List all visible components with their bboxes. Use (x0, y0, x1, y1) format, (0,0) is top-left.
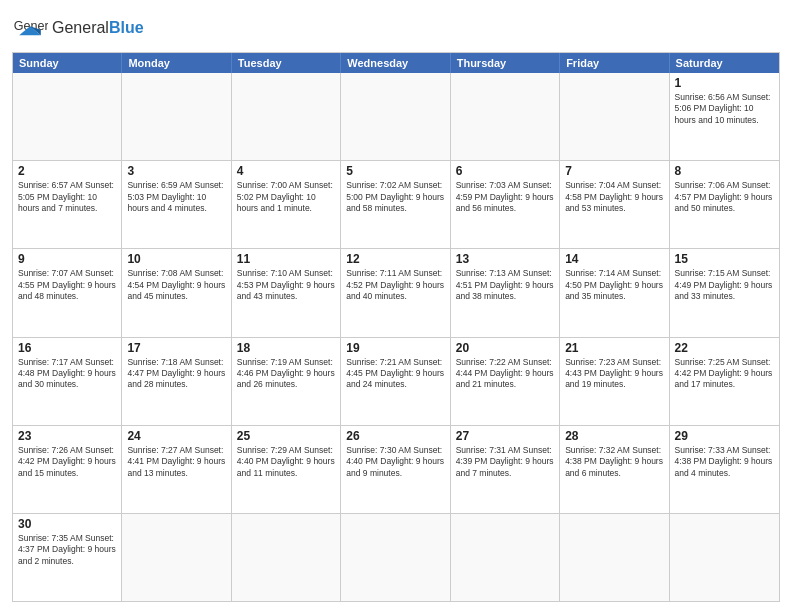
calendar-cell: 1Sunrise: 6:56 AM Sunset: 5:06 PM Daylig… (670, 73, 779, 160)
day-number: 6 (456, 164, 554, 178)
calendar-cell: 18Sunrise: 7:19 AM Sunset: 4:46 PM Dayli… (232, 338, 341, 425)
day-info: Sunrise: 7:03 AM Sunset: 4:59 PM Dayligh… (456, 180, 554, 214)
calendar-cell: 30Sunrise: 7:35 AM Sunset: 4:37 PM Dayli… (13, 514, 122, 601)
day-info: Sunrise: 7:26 AM Sunset: 4:42 PM Dayligh… (18, 445, 116, 479)
header-day-friday: Friday (560, 53, 669, 73)
header-day-wednesday: Wednesday (341, 53, 450, 73)
calendar-week-2: 2Sunrise: 6:57 AM Sunset: 5:05 PM Daylig… (13, 160, 779, 248)
calendar-week-3: 9Sunrise: 7:07 AM Sunset: 4:55 PM Daylig… (13, 248, 779, 336)
day-info: Sunrise: 7:02 AM Sunset: 5:00 PM Dayligh… (346, 180, 444, 214)
day-number: 16 (18, 341, 116, 355)
header-day-sunday: Sunday (13, 53, 122, 73)
calendar-cell: 5Sunrise: 7:02 AM Sunset: 5:00 PM Daylig… (341, 161, 450, 248)
calendar-cell (341, 514, 450, 601)
logo-text: GeneralBlue (52, 19, 144, 37)
calendar-week-4: 16Sunrise: 7:17 AM Sunset: 4:48 PM Dayli… (13, 337, 779, 425)
day-number: 29 (675, 429, 774, 443)
calendar-week-1: 1Sunrise: 6:56 AM Sunset: 5:06 PM Daylig… (13, 73, 779, 160)
calendar-cell: 24Sunrise: 7:27 AM Sunset: 4:41 PM Dayli… (122, 426, 231, 513)
day-info: Sunrise: 7:15 AM Sunset: 4:49 PM Dayligh… (675, 268, 774, 302)
day-number: 1 (675, 76, 774, 90)
calendar-cell: 2Sunrise: 6:57 AM Sunset: 5:05 PM Daylig… (13, 161, 122, 248)
day-info: Sunrise: 7:04 AM Sunset: 4:58 PM Dayligh… (565, 180, 663, 214)
day-info: Sunrise: 7:21 AM Sunset: 4:45 PM Dayligh… (346, 357, 444, 391)
day-number: 13 (456, 252, 554, 266)
calendar-body: 1Sunrise: 6:56 AM Sunset: 5:06 PM Daylig… (13, 73, 779, 601)
header-day-tuesday: Tuesday (232, 53, 341, 73)
calendar-cell: 7Sunrise: 7:04 AM Sunset: 4:58 PM Daylig… (560, 161, 669, 248)
calendar-cell (341, 73, 450, 160)
day-number: 19 (346, 341, 444, 355)
calendar-cell: 23Sunrise: 7:26 AM Sunset: 4:42 PM Dayli… (13, 426, 122, 513)
calendar-cell: 8Sunrise: 7:06 AM Sunset: 4:57 PM Daylig… (670, 161, 779, 248)
calendar-cell (13, 73, 122, 160)
day-info: Sunrise: 7:22 AM Sunset: 4:44 PM Dayligh… (456, 357, 554, 391)
calendar-cell (560, 514, 669, 601)
day-info: Sunrise: 7:31 AM Sunset: 4:39 PM Dayligh… (456, 445, 554, 479)
calendar-cell (451, 514, 560, 601)
calendar-cell: 21Sunrise: 7:23 AM Sunset: 4:43 PM Dayli… (560, 338, 669, 425)
day-number: 15 (675, 252, 774, 266)
day-number: 9 (18, 252, 116, 266)
day-number: 4 (237, 164, 335, 178)
day-number: 24 (127, 429, 225, 443)
day-number: 18 (237, 341, 335, 355)
header: General GeneralBlue (12, 10, 780, 46)
calendar-cell: 17Sunrise: 7:18 AM Sunset: 4:47 PM Dayli… (122, 338, 231, 425)
calendar-cell: 22Sunrise: 7:25 AM Sunset: 4:42 PM Dayli… (670, 338, 779, 425)
day-info: Sunrise: 6:59 AM Sunset: 5:03 PM Dayligh… (127, 180, 225, 214)
day-number: 8 (675, 164, 774, 178)
calendar: SundayMondayTuesdayWednesdayThursdayFrid… (12, 52, 780, 602)
header-day-monday: Monday (122, 53, 231, 73)
day-info: Sunrise: 6:57 AM Sunset: 5:05 PM Dayligh… (18, 180, 116, 214)
day-number: 2 (18, 164, 116, 178)
calendar-header: SundayMondayTuesdayWednesdayThursdayFrid… (13, 53, 779, 73)
day-number: 5 (346, 164, 444, 178)
calendar-cell: 13Sunrise: 7:13 AM Sunset: 4:51 PM Dayli… (451, 249, 560, 336)
calendar-cell: 4Sunrise: 7:00 AM Sunset: 5:02 PM Daylig… (232, 161, 341, 248)
calendar-cell: 19Sunrise: 7:21 AM Sunset: 4:45 PM Dayli… (341, 338, 450, 425)
day-info: Sunrise: 7:32 AM Sunset: 4:38 PM Dayligh… (565, 445, 663, 479)
day-number: 27 (456, 429, 554, 443)
calendar-cell: 3Sunrise: 6:59 AM Sunset: 5:03 PM Daylig… (122, 161, 231, 248)
day-info: Sunrise: 7:17 AM Sunset: 4:48 PM Dayligh… (18, 357, 116, 391)
day-info: Sunrise: 7:27 AM Sunset: 4:41 PM Dayligh… (127, 445, 225, 479)
generalblue-icon: General (12, 10, 48, 46)
day-info: Sunrise: 7:14 AM Sunset: 4:50 PM Dayligh… (565, 268, 663, 302)
day-info: Sunrise: 7:35 AM Sunset: 4:37 PM Dayligh… (18, 533, 116, 567)
day-info: Sunrise: 7:29 AM Sunset: 4:40 PM Dayligh… (237, 445, 335, 479)
day-number: 14 (565, 252, 663, 266)
calendar-cell (232, 514, 341, 601)
day-number: 22 (675, 341, 774, 355)
calendar-cell: 10Sunrise: 7:08 AM Sunset: 4:54 PM Dayli… (122, 249, 231, 336)
calendar-cell: 28Sunrise: 7:32 AM Sunset: 4:38 PM Dayli… (560, 426, 669, 513)
calendar-cell (451, 73, 560, 160)
day-info: Sunrise: 7:30 AM Sunset: 4:40 PM Dayligh… (346, 445, 444, 479)
calendar-cell: 12Sunrise: 7:11 AM Sunset: 4:52 PM Dayli… (341, 249, 450, 336)
calendar-cell (122, 73, 231, 160)
calendar-cell: 29Sunrise: 7:33 AM Sunset: 4:38 PM Dayli… (670, 426, 779, 513)
day-number: 11 (237, 252, 335, 266)
day-info: Sunrise: 6:56 AM Sunset: 5:06 PM Dayligh… (675, 92, 774, 126)
calendar-week-5: 23Sunrise: 7:26 AM Sunset: 4:42 PM Dayli… (13, 425, 779, 513)
header-day-thursday: Thursday (451, 53, 560, 73)
day-info: Sunrise: 7:07 AM Sunset: 4:55 PM Dayligh… (18, 268, 116, 302)
calendar-cell: 25Sunrise: 7:29 AM Sunset: 4:40 PM Dayli… (232, 426, 341, 513)
calendar-cell: 26Sunrise: 7:30 AM Sunset: 4:40 PM Dayli… (341, 426, 450, 513)
calendar-cell: 11Sunrise: 7:10 AM Sunset: 4:53 PM Dayli… (232, 249, 341, 336)
day-number: 25 (237, 429, 335, 443)
day-number: 12 (346, 252, 444, 266)
day-number: 28 (565, 429, 663, 443)
day-number: 26 (346, 429, 444, 443)
day-info: Sunrise: 7:08 AM Sunset: 4:54 PM Dayligh… (127, 268, 225, 302)
calendar-cell: 6Sunrise: 7:03 AM Sunset: 4:59 PM Daylig… (451, 161, 560, 248)
calendar-week-6: 30Sunrise: 7:35 AM Sunset: 4:37 PM Dayli… (13, 513, 779, 601)
day-number: 21 (565, 341, 663, 355)
calendar-cell (560, 73, 669, 160)
day-info: Sunrise: 7:11 AM Sunset: 4:52 PM Dayligh… (346, 268, 444, 302)
day-number: 7 (565, 164, 663, 178)
day-info: Sunrise: 7:33 AM Sunset: 4:38 PM Dayligh… (675, 445, 774, 479)
day-number: 23 (18, 429, 116, 443)
day-info: Sunrise: 7:23 AM Sunset: 4:43 PM Dayligh… (565, 357, 663, 391)
calendar-cell: 27Sunrise: 7:31 AM Sunset: 4:39 PM Dayli… (451, 426, 560, 513)
